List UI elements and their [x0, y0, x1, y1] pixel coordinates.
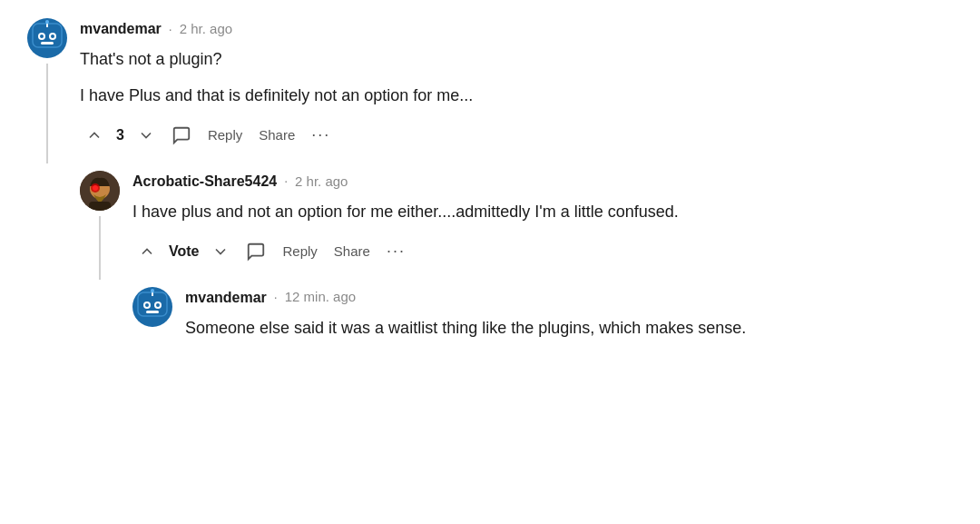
share-button[interactable]: Share [253, 124, 300, 146]
chat-icon [246, 242, 266, 262]
avatar [80, 171, 120, 211]
upvote-button[interactable] [132, 239, 162, 264]
comment-author: Acrobatic-Share5424 [132, 171, 277, 193]
comment-line-2: I have Plus and that is definitely not a… [80, 84, 953, 109]
chat-icon [172, 125, 191, 145]
vote-label: Vote [169, 241, 199, 262]
action-bar: Vote Reply [132, 238, 953, 265]
reply-comment-acrobatic: Acrobatic-Share5424 · 2 hr. ago I have p… [80, 171, 953, 280]
robot-avatar-icon-2 [132, 287, 172, 327]
reply-chat-button[interactable] [166, 122, 197, 149]
action-bar: 3 Reply Share [80, 122, 953, 149]
comments-page: mvandemar · 2 hr. ago That's not a plugi… [0, 0, 980, 394]
svg-rect-23 [143, 316, 162, 325]
comment-left-column [80, 171, 120, 280]
double-nested-comment-section: mvandemar · 12 min. ago Someone else sai… [132, 287, 953, 369]
upvote-icon [85, 126, 103, 144]
acrobatic-avatar-icon [80, 171, 120, 211]
comment-text: Someone else said it was a waitlist thin… [185, 316, 953, 341]
comment-body: Acrobatic-Share5424 · 2 hr. ago I have p… [132, 171, 953, 280]
comment-time: 2 hr. ago [295, 172, 348, 193]
downvote-button[interactable] [206, 239, 235, 264]
comment-meta: mvandemar · 2 hr. ago [80, 18, 953, 40]
downvote-icon [137, 126, 155, 144]
downvote-icon [211, 242, 230, 261]
spacer [80, 73, 953, 84]
svg-point-4 [51, 35, 54, 38]
robot-avatar-icon [27, 18, 67, 58]
top-level-comment: mvandemar · 2 hr. ago That's not a plugi… [27, 18, 953, 163]
reply-button[interactable]: Reply [277, 240, 322, 262]
comment-author: mvandemar [80, 18, 162, 40]
comment-left-column [27, 18, 67, 163]
svg-rect-7 [41, 42, 54, 44]
comment-time: 12 min. ago [285, 287, 356, 308]
comment-body: mvandemar · 2 hr. ago That's not a plugi… [80, 18, 953, 163]
comment-meta: mvandemar · 12 min. ago [185, 287, 953, 309]
avatar [132, 287, 172, 327]
comment-text: That's not a plugin? I have Plus and tha… [80, 47, 953, 109]
comment-left-column [132, 287, 172, 369]
share-button[interactable]: Share [328, 240, 376, 262]
svg-rect-8 [38, 47, 56, 56]
reply-chat-button[interactable] [240, 238, 271, 265]
upvote-icon [138, 242, 156, 261]
reply-button[interactable]: Reply [202, 124, 248, 146]
svg-rect-14 [89, 202, 111, 211]
svg-point-3 [40, 35, 44, 38]
more-options-button[interactable]: ··· [381, 240, 411, 262]
comment-body: mvandemar · 12 min. ago Someone else sai… [185, 287, 953, 369]
nested-reply-mvandemar: mvandemar · 12 min. ago Someone else sai… [132, 287, 953, 369]
svg-point-13 [93, 185, 98, 191]
thread-line [46, 64, 48, 163]
nested-comment-section: Acrobatic-Share5424 · 2 hr. ago I have p… [80, 171, 953, 376]
comment-line-1: That's not a plugin? [80, 47, 953, 73]
comment-author: mvandemar [185, 287, 267, 309]
svg-rect-22 [146, 311, 159, 313]
thread-line [99, 216, 101, 280]
comment-meta: Acrobatic-Share5424 · 2 hr. ago [132, 171, 953, 193]
more-options-button[interactable]: ··· [306, 124, 336, 146]
avatar [27, 18, 67, 58]
comment-text: I have plus and not an option for me eit… [132, 200, 953, 225]
comment-dot: · [169, 20, 172, 39]
comment-time: 2 hr. ago [180, 19, 232, 40]
downvote-button[interactable] [132, 123, 161, 148]
comment-thread: mvandemar · 2 hr. ago That's not a plugi… [27, 18, 953, 376]
upvote-button[interactable] [80, 123, 109, 148]
comment-dot: · [284, 172, 288, 191]
svg-point-19 [156, 303, 160, 307]
comment-dot: · [274, 288, 278, 307]
vote-count: 3 [116, 124, 124, 146]
svg-point-18 [145, 303, 149, 307]
